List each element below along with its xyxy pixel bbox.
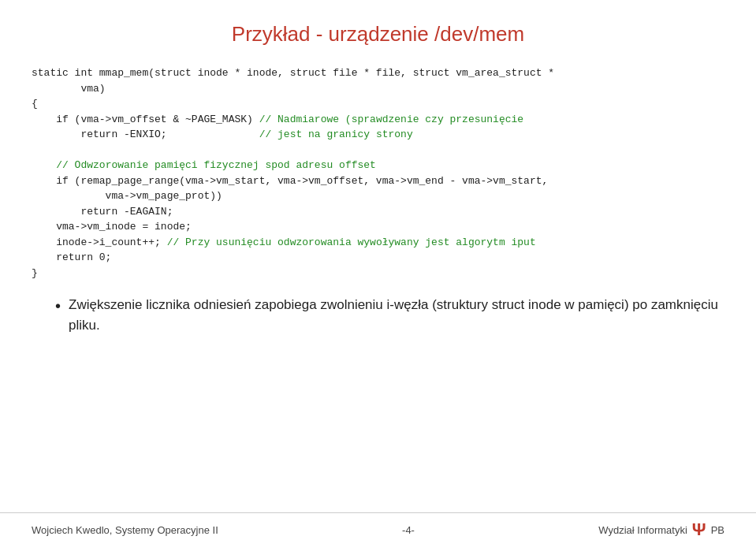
code-line-12: inode->i_count++; // Przy usunięciu odwz… [32, 236, 536, 248]
code-line-2: vma) [32, 83, 106, 95]
code-line-1: static int mmap_mem(struct inode * inode… [32, 67, 554, 79]
code-line-14: } [32, 267, 38, 279]
code-line-9: vma->vm_page_prot)) [32, 190, 222, 202]
footer-right: Wydział Informatyki Ψ PB [598, 519, 724, 540]
bullet-item: • Zwiększenie licznika odniesień zapobie… [55, 295, 724, 335]
footer: Wojciech Kwedlo, Systemy Operacyjne II -… [0, 512, 756, 540]
page-container: Przykład - urządzenie /dev/mem static in… [0, 0, 756, 551]
pb-logo: Ψ [692, 519, 706, 540]
code-line-10: return -EAGAIN; [32, 206, 173, 218]
code-line-5: return -ENXIO; // jest na granicy strony [32, 128, 413, 140]
code-line-7: // Odwzorowanie pamięci fizycznej spod a… [32, 159, 376, 171]
code-block: static int mmap_mem(struct inode * inode… [32, 65, 724, 281]
code-line-13: return 0; [32, 251, 111, 263]
code-line-4: if (vma->vm_offset & ~PAGE_MASK) // Nadm… [32, 114, 523, 125]
footer-center: -4- [402, 524, 415, 536]
footer-pb: PB [711, 524, 724, 536]
footer-left: Wojciech Kwedlo, Systemy Operacyjne II [32, 524, 218, 536]
bullet-text: Zwiększenie licznika odniesień zapobiega… [69, 295, 724, 335]
bullet-section: • Zwiększenie licznika odniesień zapobie… [55, 295, 724, 335]
bullet-dot: • [55, 295, 61, 317]
code-line-3: { [32, 98, 38, 110]
footer-wydział: Wydział Informatyki [598, 524, 687, 536]
code-line-11: vma->vm_inode = inode; [32, 221, 192, 233]
code-line-8: if (remap_page_range(vma->vm_start, vma-… [32, 175, 548, 187]
page-title: Przykład - urządzenie /dev/mem [32, 22, 724, 47]
